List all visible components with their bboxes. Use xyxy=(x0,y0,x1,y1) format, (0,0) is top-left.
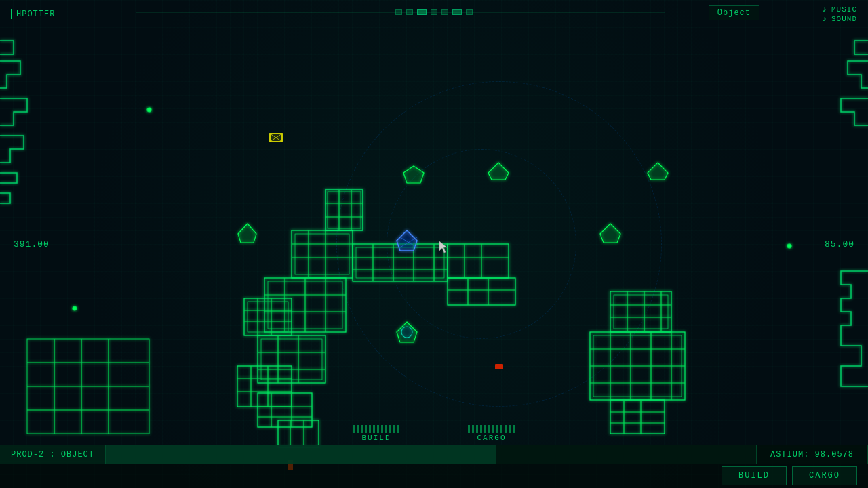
resource-label: ASTIUM: 98.0578 xyxy=(757,445,868,464)
music-label: MUSIC xyxy=(831,5,857,14)
action-buttons: BUILD CARGO xyxy=(0,464,868,488)
build-tab-label: BUILD xyxy=(361,434,391,442)
nav-dots-container xyxy=(395,9,473,15)
nav-dot-5[interactable] xyxy=(441,9,448,15)
cargo-tab[interactable]: CARGO xyxy=(468,425,515,442)
svg-point-87 xyxy=(401,327,412,338)
nav-dot-7[interactable] xyxy=(466,9,473,15)
svg-marker-85 xyxy=(238,224,256,243)
svg-rect-7 xyxy=(292,230,353,278)
svg-marker-83 xyxy=(648,163,668,180)
game-viewport[interactable] xyxy=(0,0,868,488)
nav-dot-1[interactable] xyxy=(395,9,402,15)
username-display: HPOTTER xyxy=(11,9,55,19)
svg-point-98 xyxy=(147,108,151,112)
status-progress-fill xyxy=(106,445,496,464)
svg-rect-14 xyxy=(356,247,444,278)
nav-dot-4[interactable] xyxy=(431,9,437,15)
sound-label: SOUND xyxy=(831,15,857,23)
svg-rect-47 xyxy=(237,366,292,407)
cargo-tab-hatching xyxy=(468,425,515,433)
nav-dot-6[interactable] xyxy=(452,9,462,15)
svg-point-100 xyxy=(787,244,791,248)
svg-marker-88 xyxy=(397,230,417,251)
svg-rect-21 xyxy=(448,244,509,278)
nav-dot-3[interactable] xyxy=(417,9,427,15)
svg-rect-8 xyxy=(295,234,349,274)
svg-rect-29 xyxy=(326,190,363,230)
svg-rect-70 xyxy=(614,295,668,329)
coord-right: 85.00 xyxy=(825,239,854,249)
music-control[interactable]: ♪ MUSIC xyxy=(822,5,857,14)
svg-marker-81 xyxy=(403,166,424,183)
music-icon: ♪ xyxy=(822,5,827,14)
svg-rect-25 xyxy=(448,278,515,305)
sound-control[interactable]: ♪ SOUND xyxy=(822,15,857,23)
build-button[interactable]: BUILD xyxy=(722,466,787,485)
cargo-tab-label: CARGO xyxy=(477,434,506,442)
ship-structures xyxy=(0,0,868,488)
svg-rect-69 xyxy=(610,291,671,332)
bottom-tabs: BUILD CARGO xyxy=(0,425,868,442)
cargo-button[interactable]: CARGO xyxy=(792,466,857,485)
status-bar: PROD-2 : OBJECT ASTIUM: 98.0578 xyxy=(0,445,868,464)
svg-rect-30 xyxy=(328,192,361,228)
build-tab[interactable]: BUILD xyxy=(353,425,400,442)
build-tab-hatching xyxy=(353,425,400,433)
audio-controls: ♪ MUSIC ♪ SOUND xyxy=(822,5,857,23)
svg-rect-104 xyxy=(495,364,503,369)
coord-left: 391.00 xyxy=(14,239,50,249)
bottom-ui: BUILD CARGO PROD-2 : OBJECT ASTIUM: 98.0… xyxy=(0,425,868,488)
prod-label: PROD-2 : OBJECT xyxy=(0,445,106,464)
svg-point-99 xyxy=(73,306,77,310)
svg-marker-82 xyxy=(488,163,509,180)
status-progress xyxy=(106,445,757,464)
nav-dot-2[interactable] xyxy=(406,9,413,15)
svg-marker-84 xyxy=(600,224,620,243)
sound-icon: ♪ xyxy=(822,15,827,23)
